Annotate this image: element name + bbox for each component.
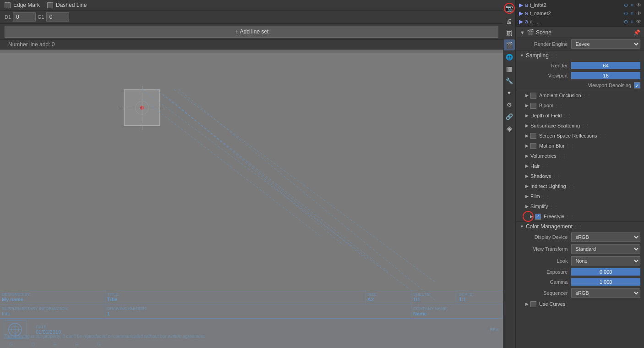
dashed-line-checkbox[interactable]: Dashed Line (47, 2, 87, 8)
viewport-samples-label: Viewport (522, 73, 571, 78)
company-label: COMPANY NAME: (413, 306, 501, 311)
object-list: ▶ a t_infot2 ⊙ ⌗ 👁 ▶ a t_namet2 (516, 0, 644, 27)
render-engine-select[interactable]: Eevee Cycles (571, 39, 640, 49)
scene-dropdown-icon[interactable]: ▼ (520, 30, 525, 35)
sampling-section-header[interactable]: ▼ Sampling ⋮⋮ (516, 50, 644, 61)
scene-properties-icon[interactable]: 🎬 (504, 39, 515, 50)
svg-line-1 (156, 89, 389, 273)
view-layer-icon[interactable]: 🖼 (504, 28, 515, 39)
viewport-samples-row: Viewport (516, 71, 644, 81)
look-select[interactable]: None (571, 256, 640, 265)
g1-input[interactable] (46, 12, 69, 22)
volumetrics-label: Volumetrics (530, 153, 557, 159)
color-management-header[interactable]: ▼ Color Management ⋮⋮ (516, 222, 644, 231)
add-line-set-button[interactable]: + Add line set (5, 26, 498, 38)
g1-label: G1 (38, 14, 44, 20)
simplify-label: Simplify (530, 204, 548, 209)
object-properties-icon[interactable]: ▦ (504, 63, 515, 74)
svg-line-6 (142, 99, 321, 236)
viewport-denoising-checkbox[interactable] (634, 82, 640, 88)
designed-by-label: DESIGNED BY: (2, 292, 103, 297)
obj-2-camera: ⊙ (624, 11, 628, 17)
look-label: Look (522, 258, 571, 264)
d1-input[interactable] (13, 12, 36, 22)
depth-of-field-label: Depth of Field (530, 113, 562, 118)
view-transform-select[interactable]: Standard Filmic (571, 244, 640, 254)
display-device-select[interactable]: sRGB (571, 232, 640, 242)
obj-item-2[interactable]: ▶ a t_namet2 ⊙ ⌗ 👁 (516, 9, 644, 17)
freestyle-item[interactable]: ▶ Freestyle ⋮⋮ (516, 211, 644, 221)
screen-space-reflections-item[interactable]: ▶ Screen Space Reflections ⋮⋮ (516, 131, 644, 141)
data-properties-icon[interactable]: ◈ (504, 123, 515, 134)
gamma-input[interactable] (571, 278, 640, 286)
motion-blur-item[interactable]: ▶ Motion Blur ⋮⋮ (516, 141, 644, 151)
props-content: Render Engine Eevee Cycles ▼ Sampling ⋮⋮ (516, 38, 644, 348)
color-management-arrow: ▼ (520, 224, 524, 229)
obj-item-3[interactable]: ▶ a a_... ⊙ ⌗ 👁 (516, 17, 644, 26)
pin-icon[interactable]: 📌 (633, 29, 640, 36)
indirect-lighting-item[interactable]: ▶ Indirect Lighting ⋮⋮ (516, 181, 644, 191)
bloom-arrow: ▶ (525, 103, 529, 108)
obj-3-visibility[interactable]: 👁 (636, 19, 641, 24)
title-label: TITLE: (107, 292, 363, 297)
depth-of-field-arrow: ▶ (525, 113, 529, 118)
use-curves-item[interactable]: ▶ Use Curves (516, 299, 644, 309)
bloom-checkbox[interactable] (530, 103, 536, 109)
viewport-samples-input[interactable] (571, 72, 640, 79)
obj-3-name: a_... (530, 19, 540, 24)
edge-mark-checkbox[interactable]: Edge Mark (5, 2, 40, 8)
sheets-value: 1/1 (413, 297, 455, 302)
obj-1-visibility[interactable]: 👁 (636, 2, 641, 8)
svg-line-0 (142, 89, 412, 291)
freestyle-arrow: ▶ (530, 214, 533, 219)
particles-properties-icon[interactable]: ✦ (504, 87, 515, 98)
hair-arrow: ▶ (525, 164, 529, 168)
d1-label: D1 (5, 14, 11, 20)
display-device-row: Display Device sRGB (516, 231, 644, 243)
supp-value: Info (2, 311, 103, 316)
viewport-denoising-row: Viewport Denoising (516, 81, 644, 90)
sequencer-row: Sequencer sRGB (516, 287, 644, 299)
shadows-item[interactable]: ▶ Shadows ⋮⋮ (516, 171, 644, 181)
use-curves-checkbox[interactable] (530, 301, 536, 307)
motion-blur-arrow: ▶ (525, 144, 529, 148)
ssr-checkbox[interactable] (530, 133, 536, 139)
shadows-arrow: ▶ (525, 174, 529, 178)
obj-2-visibility[interactable]: 👁 (636, 11, 641, 16)
scale-value: 1:1 (459, 297, 501, 302)
hair-item[interactable]: ▶ Hair ⋮⋮ (516, 161, 644, 171)
obj-1-icon: ▶ (519, 2, 523, 8)
modifier-properties-icon[interactable]: 🔧 (504, 75, 515, 86)
exposure-label: Exposure (522, 269, 571, 275)
freestyle-checkbox[interactable] (535, 214, 541, 220)
depth-of-field-item[interactable]: ▶ Depth of Field ⋮⋮ (516, 110, 644, 121)
sequencer-select[interactable]: sRGB (571, 288, 640, 298)
render-samples-input[interactable] (571, 62, 640, 69)
drawing-num-label: DRAWING NUMBER: (107, 306, 409, 311)
film-arrow: ▶ (525, 194, 529, 199)
company-value: Name (413, 311, 501, 316)
shadows-label: Shadows (530, 173, 551, 179)
gamma-row: Gamma (516, 277, 644, 287)
icon-sidebar: 📷 🖨 🖼 🎬 🌐 ▦ 🔧 ✦ ⚙ 🔗 ◈ (503, 0, 516, 348)
film-item[interactable]: ▶ Film ⋮⋮ (516, 191, 644, 201)
obj-3-letter: a (525, 18, 528, 25)
ambient-occlusion-checkbox[interactable] (530, 93, 536, 99)
indirect-lighting-arrow: ▶ (525, 184, 529, 188)
output-properties-icon[interactable]: 🖨 (504, 16, 515, 27)
view-transform-label: View Transform (522, 246, 571, 252)
simplify-item[interactable]: ▶ Simplify ⋮⋮ (516, 201, 644, 211)
obj-item-1[interactable]: ▶ a t_infot2 ⊙ ⌗ 👁 (516, 1, 644, 9)
ambient-occlusion-item[interactable]: ▶ Ambient Occlusion ⋮⋮ (516, 90, 644, 100)
world-properties-icon[interactable]: 🌐 (504, 51, 515, 62)
physics-properties-icon[interactable]: ⚙ (504, 99, 515, 110)
bloom-item[interactable]: ▶ Bloom ⋮⋮ (516, 100, 644, 110)
volumetrics-item[interactable]: ▶ Volumetrics ⋮⋮ (516, 151, 644, 161)
exposure-input[interactable] (571, 268, 640, 276)
volumetrics-arrow: ▶ (525, 154, 529, 158)
constraints-properties-icon[interactable]: 🔗 (504, 111, 515, 122)
motion-blur-checkbox[interactable] (530, 143, 536, 149)
use-curves-label: Use Curves (539, 301, 565, 307)
render-properties-icon[interactable]: 📷 (504, 3, 515, 14)
subsurface-scattering-item[interactable]: ▶ Subsurface Scattering ⋮⋮ (516, 121, 644, 131)
